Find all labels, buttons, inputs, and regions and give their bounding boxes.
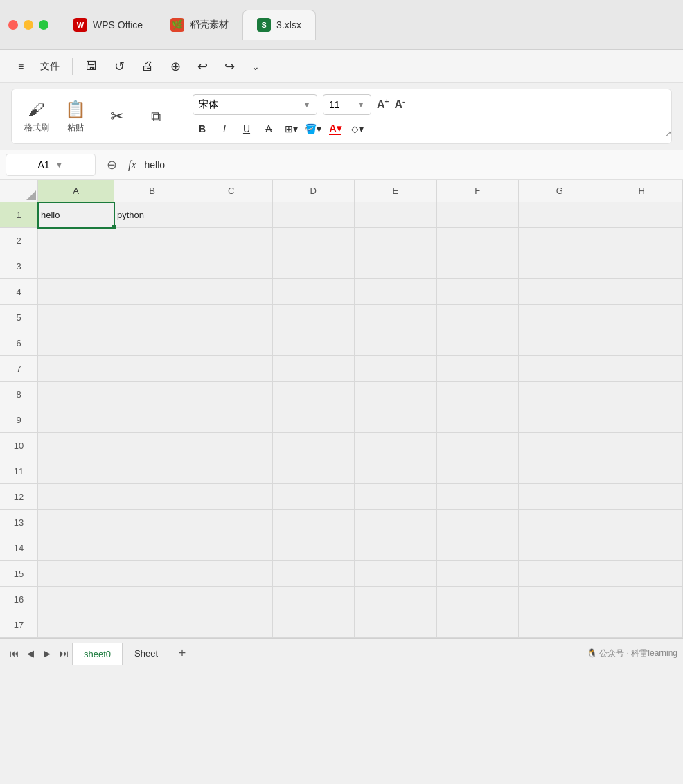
menu-print[interactable]: 🖨 — [134, 55, 161, 78]
cell-a2[interactable] — [38, 228, 114, 253]
corner-cell[interactable] — [0, 180, 38, 202]
cell-b1[interactable]: python — [114, 202, 190, 228]
sheet-nav-next[interactable]: ▶ — [39, 645, 55, 662]
row-header-2[interactable]: 2 — [0, 228, 38, 253]
cell-b3[interactable] — [114, 253, 190, 279]
cell-h10[interactable] — [601, 433, 684, 458]
strikethrough-button[interactable]: A — [259, 119, 278, 139]
cell-c4[interactable] — [190, 279, 273, 305]
sheet-nav-last[interactable]: ⏭ — [55, 645, 72, 662]
cell-g5[interactable] — [519, 305, 601, 330]
cell-d2[interactable] — [273, 228, 355, 253]
cell-e10[interactable] — [355, 433, 437, 458]
border-button[interactable]: ⊞▾ — [281, 119, 301, 139]
cell-d6[interactable] — [273, 330, 355, 356]
cell-a16[interactable] — [38, 587, 114, 612]
cell-c11[interactable] — [190, 458, 273, 484]
cell-f11[interactable] — [437, 458, 520, 484]
cell-c5[interactable] — [190, 305, 273, 330]
cell-g11[interactable] — [519, 458, 601, 484]
increase-font-button[interactable]: A+ — [377, 98, 389, 111]
cell-g16[interactable] — [519, 587, 601, 612]
cell-b6[interactable] — [114, 330, 190, 356]
tab-wps-office[interactable]: W WPS Office — [60, 10, 157, 40]
cell-e15[interactable] — [355, 561, 437, 587]
cell-g14[interactable] — [519, 535, 601, 561]
cell-e11[interactable] — [355, 458, 437, 484]
cell-f10[interactable] — [437, 433, 520, 458]
font-size-select[interactable]: 11 ▼ — [323, 94, 371, 115]
row-header-3[interactable]: 3 — [0, 253, 38, 279]
cell-a12[interactable] — [38, 484, 114, 510]
cut-button[interactable]: ✂ — [103, 107, 131, 126]
col-header-h[interactable]: H — [601, 180, 684, 202]
col-header-g[interactable]: G — [519, 180, 601, 202]
cell-b5[interactable] — [114, 305, 190, 330]
cell-h4[interactable] — [601, 279, 684, 305]
cell-f6[interactable] — [437, 330, 520, 356]
bold-button[interactable]: B — [193, 119, 212, 139]
cell-d4[interactable] — [273, 279, 355, 305]
tab-daoke[interactable]: 🌿 稻壳素材 — [157, 10, 242, 40]
cell-c7[interactable] — [190, 356, 273, 382]
cell-a10[interactable] — [38, 433, 114, 458]
cell-g4[interactable] — [519, 279, 601, 305]
cell-f1[interactable] — [437, 202, 520, 228]
cell-e6[interactable] — [355, 330, 437, 356]
cell-g17[interactable] — [519, 612, 601, 638]
cell-f8[interactable] — [437, 382, 520, 407]
italic-button[interactable]: I — [215, 119, 234, 139]
col-header-d[interactable]: D — [273, 180, 355, 202]
cell-d7[interactable] — [273, 356, 355, 382]
cell-a5[interactable] — [38, 305, 114, 330]
zoom-icon[interactable]: ⊖ — [107, 157, 117, 172]
cell-f7[interactable] — [437, 356, 520, 382]
row-header-1[interactable]: 1 — [0, 202, 38, 228]
cell-a4[interactable] — [38, 279, 114, 305]
cell-g9[interactable] — [519, 407, 601, 433]
cell-e7[interactable] — [355, 356, 437, 382]
menu-file[interactable]: 文件 — [33, 55, 66, 78]
col-header-a[interactable]: A — [38, 180, 114, 202]
cell-f14[interactable] — [437, 535, 520, 561]
cell-f9[interactable] — [437, 407, 520, 433]
menu-undo[interactable]: ↩ — [190, 55, 215, 78]
cell-g15[interactable] — [519, 561, 601, 587]
cell-c6[interactable] — [190, 330, 273, 356]
menu-hamburger[interactable]: ≡ — [11, 55, 30, 78]
col-header-b[interactable]: B — [114, 180, 190, 202]
row-header-4[interactable]: 4 — [0, 279, 38, 305]
col-header-e[interactable]: E — [355, 180, 437, 202]
cell-a17[interactable] — [38, 612, 114, 638]
cell-g13[interactable] — [519, 510, 601, 535]
cell-d15[interactable] — [273, 561, 355, 587]
cell-c1[interactable] — [190, 202, 273, 228]
row-header-11[interactable]: 11 — [0, 458, 38, 484]
cell-h6[interactable] — [601, 330, 684, 356]
cell-h7[interactable] — [601, 356, 684, 382]
cell-a14[interactable] — [38, 535, 114, 561]
cell-d11[interactable] — [273, 458, 355, 484]
sheet-nav-first[interactable]: ⏮ — [6, 645, 22, 662]
cell-h5[interactable] — [601, 305, 684, 330]
format-brush-button[interactable]: 🖌 格式刷 — [23, 100, 51, 134]
menu-find[interactable]: ⊕ — [163, 55, 188, 78]
cell-d3[interactable] — [273, 253, 355, 279]
cell-f4[interactable] — [437, 279, 520, 305]
cell-d1[interactable] — [273, 202, 355, 228]
row-header-16[interactable]: 16 — [0, 587, 38, 612]
cell-b7[interactable] — [114, 356, 190, 382]
row-header-12[interactable]: 12 — [0, 484, 38, 510]
cell-h12[interactable] — [601, 484, 684, 510]
cell-f12[interactable] — [437, 484, 520, 510]
cell-b14[interactable] — [114, 535, 190, 561]
cell-c15[interactable] — [190, 561, 273, 587]
cell-f2[interactable] — [437, 228, 520, 253]
cell-f13[interactable] — [437, 510, 520, 535]
cell-b8[interactable] — [114, 382, 190, 407]
menu-save2[interactable]: ↺ — [107, 55, 132, 78]
cell-d10[interactable] — [273, 433, 355, 458]
cell-reference-box[interactable]: A1 ▼ — [6, 154, 96, 176]
cell-e13[interactable] — [355, 510, 437, 535]
row-header-13[interactable]: 13 — [0, 510, 38, 535]
